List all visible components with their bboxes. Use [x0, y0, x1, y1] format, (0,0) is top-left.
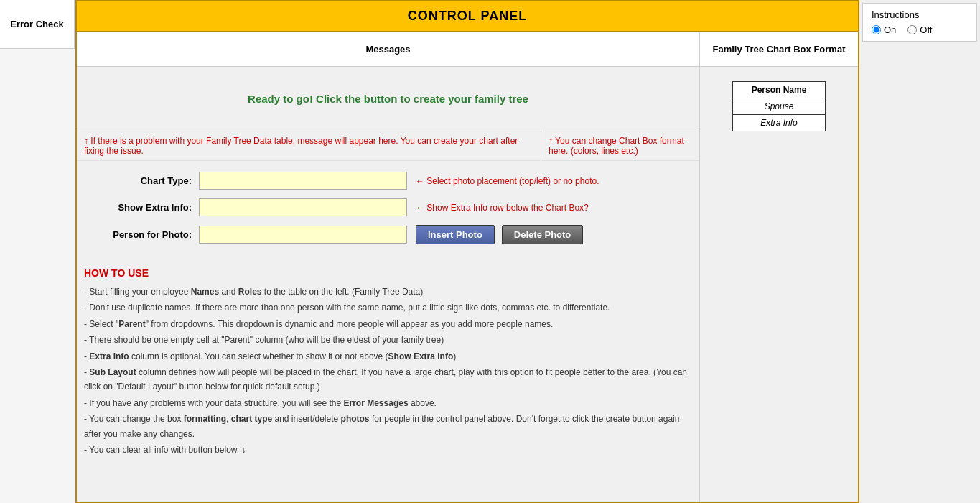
show-extra-info-label: Show Extra Info:	[84, 202, 199, 213]
control-panel-title: CONTROL PANEL	[77, 1, 858, 32]
chart-type-arrow: ← Select photo placement (top/left) or n…	[416, 176, 599, 186]
show-extra-info-input-wrapper[interactable]: No	[199, 198, 407, 216]
chart-type-label: Chart Type:	[84, 175, 199, 186]
photo-buttons: Insert Photo Delete Photo	[407, 225, 583, 244]
sub-header-row: Messages Family Tree Chart Box Format	[77, 32, 858, 67]
error-check-header: Error Check	[0, 0, 75, 49]
show-extra-info-input[interactable]: No	[199, 198, 407, 216]
show-extra-info-hint: ← Show Extra Info row below the Chart Bo…	[407, 203, 589, 213]
person-for-photo-label: Person for Photo:	[84, 229, 199, 240]
messages-panel: Ready to go! Click the button to create …	[77, 67, 700, 502]
content-area: Ready to go! Click the button to create …	[77, 67, 858, 502]
instructions-on-label[interactable]: On	[872, 24, 896, 35]
instructions-off-label[interactable]: Off	[907, 24, 932, 35]
chart-type-hint: ← Select photo placement (top/left) or n…	[407, 176, 599, 186]
person-for-photo-input-wrapper[interactable]	[199, 226, 407, 244]
chart-type-input[interactable]: Top Photo	[199, 172, 407, 190]
instructions-title: Instructions	[872, 9, 968, 20]
how-to-use-section: HOW TO USE - Start filling your employee…	[77, 260, 699, 466]
format-panel: Person Name Spouse Extra Info	[700, 67, 858, 502]
chart-type-row: Chart Type: Top Photo ← Select photo pla…	[84, 172, 692, 190]
chart-box-person-name: Person Name	[733, 82, 825, 98]
ready-message: Ready to go! Click the button to create …	[248, 93, 528, 105]
how-to-line-5: - Extra Info column is optional. You can…	[84, 349, 692, 364]
insert-photo-button[interactable]: Insert Photo	[416, 225, 495, 244]
how-to-line-3: - Select "Parent" from dropdowns. This d…	[84, 317, 692, 331]
how-to-line-7: - If you have any problems with your dat…	[84, 396, 692, 410]
instructions-options: On Off	[872, 24, 968, 35]
messages-header: Messages	[77, 32, 700, 66]
delete-photo-button[interactable]: Delete Photo	[502, 225, 583, 244]
instructions-off-text: Off	[920, 24, 932, 35]
how-to-line-4: - There should be one empty cell at "Par…	[84, 333, 692, 347]
how-to-text: - Start filling your employee Names and …	[84, 285, 692, 457]
how-to-line-6: - Sub Layout column defines how will peo…	[84, 365, 692, 394]
instructions-on-radio[interactable]	[872, 25, 881, 34]
person-for-photo-input[interactable]	[199, 226, 407, 244]
instructions-off-radio[interactable]	[907, 25, 917, 34]
top-right-container: Instructions On Off	[859, 0, 980, 503]
instructions-on-text: On	[884, 24, 896, 35]
how-to-line-2: - Don't use duplicate names. If there ar…	[84, 300, 692, 315]
how-to-line-8: - You can change the box formatting, cha…	[84, 412, 692, 441]
chart-type-input-wrapper[interactable]: Top Photo	[199, 172, 407, 190]
hint-format-text: ↑ You can change Chart Box format here. …	[541, 131, 699, 160]
how-to-line-9: - You can clear all info with button bel…	[84, 443, 692, 457]
how-to-line-1: - Start filling your employee Names and …	[84, 285, 692, 299]
hint-row: ↑ If there is a problem with your Family…	[77, 131, 699, 161]
chart-box-extra-info: Extra Info	[733, 115, 825, 131]
how-to-title: HOW TO USE	[84, 267, 692, 279]
controls-area: Chart Type: Top Photo ← Select photo pla…	[77, 161, 699, 260]
left-sidebar: Error Check	[0, 0, 75, 503]
chart-box-preview: Person Name Spouse Extra Info	[732, 81, 826, 131]
chart-box-spouse: Spouse	[733, 98, 825, 115]
format-header: Family Tree Chart Box Format	[700, 32, 858, 66]
show-extra-info-arrow: ← Show Extra Info row below the Chart Bo…	[416, 203, 589, 213]
hint-messages-text: ↑ If there is a problem with your Family…	[77, 131, 541, 160]
ready-row: Ready to go! Click the button to create …	[77, 67, 699, 131]
person-for-photo-row: Person for Photo: Insert Photo Delete Ph…	[84, 225, 692, 244]
main-panel: CONTROL PANEL Messages Family Tree Chart…	[75, 0, 859, 503]
show-extra-info-row: Show Extra Info: No ← Show Extra Info ro…	[84, 198, 692, 216]
instructions-panel: Instructions On Off	[862, 3, 977, 42]
